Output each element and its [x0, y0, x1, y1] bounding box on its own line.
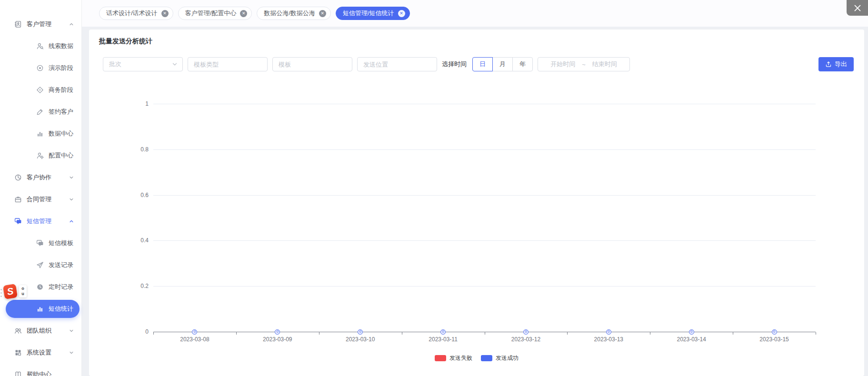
- book-icon: [14, 371, 22, 376]
- x-axis-tick-label: 2023-03-09: [254, 336, 301, 343]
- date-start-placeholder: 开始时间: [550, 60, 575, 69]
- compass-icon: [36, 86, 44, 94]
- chevron-down-icon: [69, 350, 74, 355]
- tab-label: 短信管理/短信统计: [343, 9, 394, 18]
- template-type-input[interactable]: [188, 57, 268, 71]
- chat-icon: [14, 218, 22, 225]
- mini-toolbar-mark: u: [21, 291, 24, 297]
- x-axis-tick: [650, 332, 650, 335]
- sidebar-item-label: 签约客户: [49, 108, 73, 116]
- date-separator: ~: [582, 61, 586, 68]
- contact-book-icon: [14, 20, 22, 28]
- sidebar-item-customer-collaboration[interactable]: 客户协作: [0, 167, 81, 188]
- send-icon: [36, 261, 44, 269]
- chevron-down-icon: [69, 197, 74, 202]
- tab-data-pool[interactable]: 数据公海/数据公海✕: [257, 7, 331, 20]
- sidebar-item-sms-template[interactable]: 短信模板: [0, 232, 81, 254]
- person-search-icon: [36, 42, 44, 50]
- legend-label: 发送失败: [449, 354, 472, 362]
- app-root: 客户管理线索数据演示阶段商务阶段签约客户数据中心配置中心客户协作合同管理短信管理…: [0, 0, 868, 376]
- sidebar-item-label: 线索数据: [49, 42, 73, 50]
- x-axis-tick-label: 2023-03-13: [585, 336, 632, 343]
- sidebar-item-label: 定时记录: [49, 283, 73, 291]
- legend-label: 发送成功: [496, 354, 519, 362]
- x-axis-tick-label: 2023-03-11: [419, 336, 467, 343]
- close-icon: [853, 3, 862, 13]
- chart-legend: 发送失败发送成功: [89, 354, 864, 362]
- legend-item[interactable]: 发送成功: [481, 354, 519, 362]
- tab-close-icon[interactable]: ✕: [398, 10, 405, 17]
- x-axis-tick: [485, 332, 485, 335]
- x-axis-tick: [402, 332, 402, 335]
- tab-close-icon[interactable]: ✕: [240, 10, 247, 17]
- bar-chart-icon: [36, 305, 44, 313]
- gridline: [153, 286, 816, 287]
- sidebar-item-send-records[interactable]: 发送记录: [0, 254, 81, 276]
- batch-select[interactable]: 批次: [103, 57, 183, 71]
- data-point: 0: [772, 329, 777, 335]
- s-logo[interactable]: S: [3, 284, 18, 299]
- stats-card: 批量发送分析统计 批次 选择时间 日月年 开始时间 ~ 结束时间: [89, 30, 864, 376]
- date-end-placeholder: 结束时间: [592, 60, 617, 69]
- data-point: 0: [358, 329, 363, 335]
- x-axis-tick-label: 2023-03-14: [668, 336, 715, 343]
- sidebar-item-config-center[interactable]: 配置中心: [0, 145, 81, 167]
- chat-icon: [36, 239, 44, 247]
- sidebar-item-demo-stage[interactable]: 演示阶段: [0, 57, 81, 79]
- chevron-down-icon: [172, 61, 178, 67]
- tab-script-design[interactable]: 话术设计/话术设计✕: [99, 7, 173, 20]
- mini-toolbar: o u: [19, 285, 27, 297]
- sidebar-item-label: 系统设置: [27, 348, 51, 357]
- time-unit-year-button[interactable]: 年: [512, 57, 533, 71]
- time-unit-month-button[interactable]: 月: [492, 57, 513, 71]
- send-position-input[interactable]: [357, 57, 437, 71]
- sidebar-item-system-settings[interactable]: 系统设置: [0, 342, 81, 364]
- chevron-down-icon: [69, 328, 74, 333]
- sidebar-item-sms-statistics[interactable]: 短信统计: [6, 300, 80, 318]
- content-area: 批量发送分析统计 批次 选择时间 日月年 开始时间 ~ 结束时间: [81, 27, 868, 376]
- floating-widget[interactable]: S o u: [0, 285, 27, 298]
- sidebar-item-customer-management[interactable]: 客户管理: [0, 13, 81, 35]
- tab-close-icon[interactable]: ✕: [319, 10, 326, 17]
- date-range-input[interactable]: 开始时间 ~ 结束时间: [538, 57, 630, 71]
- drag-dots-icon: [0, 289, 2, 297]
- sidebar-item-business-stage[interactable]: 商务阶段: [0, 79, 81, 101]
- gridline: [153, 104, 816, 104]
- sidebar-item-team-organization[interactable]: 团队组织: [0, 320, 81, 342]
- sidebar-item-contract-management[interactable]: 合同管理: [0, 188, 81, 210]
- template-input[interactable]: [272, 57, 352, 71]
- sidebar-item-label: 演示阶段: [49, 64, 73, 72]
- y-axis-tick-label: 0.8: [120, 146, 149, 153]
- sidebar-item-label: 短信模板: [49, 239, 73, 247]
- pen-icon: [36, 108, 44, 116]
- legend-item[interactable]: 发送失败: [435, 354, 472, 362]
- bar-chart-icon: [36, 130, 44, 138]
- tab-label: 客户管理/配置中心: [185, 9, 237, 18]
- sidebar-item-help-center[interactable]: 帮助中心: [0, 364, 81, 376]
- export-button[interactable]: 导出: [818, 57, 854, 71]
- x-axis-tick-label: 2023-03-12: [502, 336, 549, 343]
- x-axis-tick-label: 2023-03-08: [171, 336, 219, 343]
- sidebar-item-label: 客户管理: [27, 20, 51, 29]
- data-point: 0: [275, 329, 280, 335]
- legend-swatch: [481, 355, 492, 361]
- time-unit-day-button[interactable]: 日: [472, 57, 493, 71]
- tab-label: 数据公海/数据公海: [264, 9, 315, 18]
- tab-close-icon[interactable]: ✕: [161, 10, 169, 17]
- sidebar-item-label: 团队组织: [27, 327, 51, 335]
- sidebar-item-label: 商务阶段: [49, 86, 73, 94]
- pie-icon: [14, 174, 22, 181]
- gridline: [153, 195, 816, 196]
- tab-customer-config[interactable]: 客户管理/配置中心✕: [178, 7, 252, 20]
- y-axis-tick-label: 0.6: [120, 192, 149, 198]
- sidebar-item-sms-management[interactable]: 短信管理: [0, 210, 81, 232]
- window-close-button[interactable]: [847, 0, 868, 16]
- people-icon: [14, 327, 22, 335]
- sidebar-item-lead-data[interactable]: 线索数据: [0, 35, 81, 57]
- x-axis-tick: [153, 332, 154, 335]
- sidebar-item-label: 配置中心: [49, 151, 73, 160]
- mini-toolbar-mark: o: [21, 286, 24, 291]
- tab-sms-statistics[interactable]: 短信管理/短信统计✕: [336, 7, 410, 20]
- sidebar-item-data-center[interactable]: 数据中心: [0, 123, 81, 145]
- sidebar-item-signed-customers[interactable]: 签约客户: [0, 101, 81, 123]
